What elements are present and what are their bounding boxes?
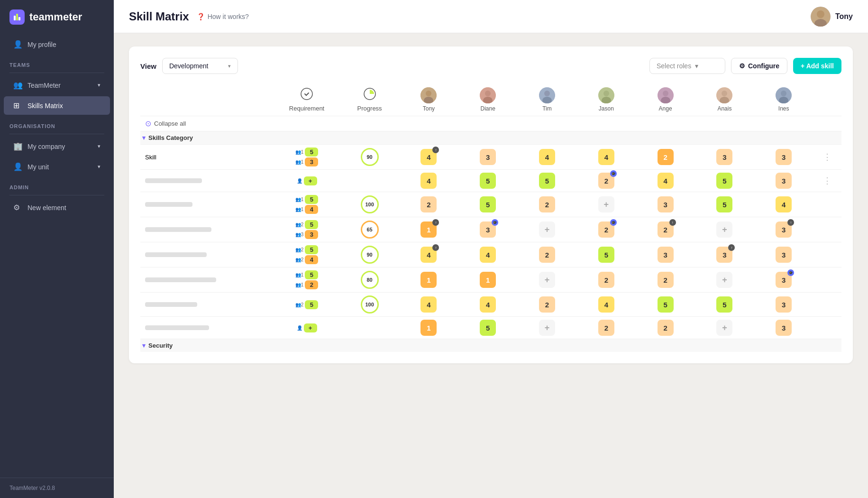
val-tim[interactable]: 2 (518, 293, 577, 317)
skill-value: ↑3 (716, 247, 732, 263)
skill-value: 3 (716, 149, 732, 165)
val-ange[interactable]: 4 (636, 170, 695, 192)
val-tony[interactable]: ↑1 (399, 217, 458, 242)
val-jason[interactable]: + (576, 192, 636, 217)
sidebar-item-teammeter[interactable]: 👥 TeamMeter ▾ (4, 76, 110, 94)
app-logo[interactable]: teammeter (0, 0, 114, 34)
skill-name-cell (140, 317, 274, 339)
skill-value: + (539, 320, 555, 336)
req-val-1: 5 (305, 220, 318, 229)
skill-value: 🎓3 (480, 221, 496, 238)
roles-dropdown[interactable]: Select roles ▾ (649, 58, 725, 74)
val-jason[interactable]: 🎓2 (576, 217, 636, 242)
val-tony[interactable]: 1 (399, 267, 458, 293)
val-tony[interactable]: ↑4 (399, 145, 458, 170)
skill-value: + (598, 196, 614, 212)
collapse-all-button[interactable]: ⊙ Collapse all (145, 119, 837, 128)
val-ines[interactable]: 4 (754, 192, 813, 217)
configure-button[interactable]: ⚙ Configure (731, 58, 787, 74)
val-jason[interactable]: 2 (576, 317, 636, 339)
val-tim[interactable]: 2 (518, 192, 577, 217)
val-ange[interactable]: 2 (636, 145, 695, 170)
sidebar-item-new-element[interactable]: ⚙ New element (4, 198, 110, 217)
sidebar-item-skills-matrix[interactable]: ⊞ Skills Matrix (4, 96, 110, 115)
svg-point-18 (603, 91, 609, 96)
req-cell: 👥2 5 👥3 3 (274, 217, 340, 242)
val-ines[interactable]: 🎓3 (754, 267, 813, 293)
val-diane[interactable]: 1 (458, 267, 518, 293)
req-val: + (304, 176, 317, 185)
category-toggle-skills[interactable]: ▾ Skills Category (142, 134, 840, 141)
val-ines[interactable]: 3 (754, 145, 813, 170)
sidebar-item-my-company[interactable]: 🏢 My company ▾ (4, 137, 110, 156)
val-ange[interactable]: ↑2 (636, 217, 695, 242)
val-diane[interactable]: 🎓3 (458, 217, 518, 242)
user-info[interactable]: Tony (811, 7, 853, 27)
matrix-toolbar: View Development ▾ Select roles ▾ ⚙ Conf… (140, 58, 841, 74)
val-diane[interactable]: 4 (458, 242, 518, 267)
skill-name-cell (140, 170, 274, 192)
val-diane[interactable]: 4 (458, 293, 518, 317)
row-menu-cell[interactable]: ⋮ (813, 170, 841, 192)
val-jason[interactable]: 4 (576, 293, 636, 317)
val-jason[interactable]: 5 (576, 242, 636, 267)
req-cell: 👥2 5 👥2 4 (274, 242, 340, 267)
val-ange[interactable]: 3 (636, 192, 695, 217)
val-anais[interactable]: + (695, 217, 754, 242)
req-val: + (304, 323, 317, 332)
svg-point-6 (301, 88, 312, 100)
badge-arrow-icon: ↑ (432, 244, 439, 251)
th-skill (140, 83, 274, 116)
val-jason[interactable]: 🎓2 (576, 170, 636, 192)
val-tony[interactable]: 2 (399, 192, 458, 217)
val-anais[interactable]: 5 (695, 293, 754, 317)
val-tim[interactable]: + (518, 217, 577, 242)
val-diane[interactable]: 5 (458, 170, 518, 192)
val-ines[interactable]: 3 (754, 170, 813, 192)
person-name-ines: Ines (778, 105, 789, 112)
val-anais[interactable]: + (695, 317, 754, 339)
val-ines[interactable]: 3 (754, 317, 813, 339)
avatar-diane (480, 87, 496, 103)
val-tony[interactable]: ↑4 (399, 242, 458, 267)
category-toggle-security[interactable]: ▾ Security (142, 342, 840, 349)
add-skill-button[interactable]: + Add skill (793, 58, 841, 74)
val-tim[interactable]: 4 (518, 145, 577, 170)
badge-arrow-icon: ↑ (432, 219, 439, 226)
val-ange[interactable]: 2 (636, 317, 695, 339)
val-anais[interactable]: 5 (695, 170, 754, 192)
sidebar-item-my-profile[interactable]: 👤 My profile (4, 35, 110, 54)
skill-value: 4 (776, 196, 792, 212)
sidebar-item-my-unit[interactable]: 👤 My unit ▾ (4, 157, 110, 176)
val-tony[interactable]: 4 (399, 293, 458, 317)
val-tony[interactable]: 1 (399, 317, 458, 339)
val-tim[interactable]: + (518, 317, 577, 339)
val-ange[interactable]: 5 (636, 293, 695, 317)
person-name-tim: Tim (542, 105, 552, 112)
val-tim[interactable]: + (518, 267, 577, 293)
val-diane[interactable]: 3 (458, 145, 518, 170)
val-ange[interactable]: 3 (636, 242, 695, 267)
req-cell: 👥1 5 👥1 2 (274, 267, 340, 293)
val-ines[interactable]: 3 (754, 242, 813, 267)
val-ange[interactable]: 2 (636, 267, 695, 293)
val-diane[interactable]: 5 (458, 192, 518, 217)
skill-value: 4 (598, 296, 614, 313)
val-tim[interactable]: 5 (518, 170, 577, 192)
val-anais[interactable]: + (695, 267, 754, 293)
skill-value: 2 (420, 196, 437, 212)
val-anais[interactable]: ↑3 (695, 242, 754, 267)
val-ines[interactable]: ↑3 (754, 217, 813, 242)
val-tony[interactable]: 4 (399, 170, 458, 192)
how-it-works-link[interactable]: ❓ How it works? (197, 13, 249, 20)
val-anais[interactable]: 3 (695, 145, 754, 170)
row-menu-cell[interactable]: ⋮ (813, 145, 841, 170)
val-jason[interactable]: 4 (576, 145, 636, 170)
val-ines[interactable]: 3 (754, 293, 813, 317)
val-tim[interactable]: 2 (518, 242, 577, 267)
skill-value: 2 (539, 247, 555, 263)
val-anais[interactable]: 5 (695, 192, 754, 217)
val-diane[interactable]: 5 (458, 317, 518, 339)
view-dropdown[interactable]: Development ▾ (162, 58, 238, 74)
val-jason[interactable]: 2 (576, 267, 636, 293)
